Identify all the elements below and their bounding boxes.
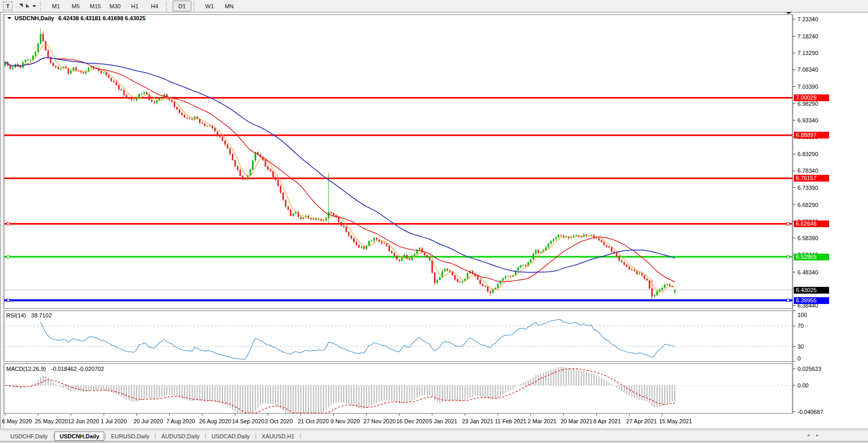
rsi-name: RSI(14)	[6, 312, 26, 319]
date-tick: 20 Jul 2020	[133, 418, 163, 424]
price-tick: 6.68290	[797, 202, 818, 208]
date-tick: 2 Mar 2021	[528, 418, 557, 424]
tab-usdchf-daily[interactable]: USDCHF,Daily	[5, 432, 53, 440]
hline-price-flag: 6.88897	[794, 132, 829, 139]
price-tick: 6.48340	[797, 269, 818, 275]
macd-label: MACD(12,26,9) -0.018462 -0.020702	[6, 366, 104, 372]
date-tick: 23 Jan 2021	[462, 418, 494, 424]
current-price-flag: 6.43025	[794, 287, 829, 294]
tab-scroll-left-icon[interactable]: ◂	[807, 432, 809, 438]
tab-audusd-daily[interactable]: AUDUSD,Daily	[156, 432, 205, 440]
date-tick: 20 Mar 2021	[561, 418, 593, 424]
date-tick: 21 Oct 2020	[298, 418, 329, 424]
chart-canvas[interactable]	[0, 0, 868, 443]
rsi-current-value: 38.7102	[31, 312, 52, 319]
price-tick: 6.93340	[797, 117, 818, 123]
mt4-window: T M1M5M15M30H1H4D1W1MN USDCNH,Daily 6.42…	[0, 0, 868, 443]
macd-tick: 0.00	[797, 382, 808, 389]
rsi-tick: 30	[797, 343, 804, 350]
date-tick: 9 Nov 2020	[330, 418, 359, 424]
date-tick: 7 Aug 2020	[166, 418, 195, 424]
bottom-strip	[0, 441, 868, 443]
date-tick: 15 May 2021	[659, 418, 692, 424]
hline-price-flag: 6.52865	[794, 254, 829, 260]
chart-title: USDCNH,Daily 6.42438 6.43181 6.41698 6.4…	[7, 15, 146, 21]
price-tick: 6.73390	[797, 185, 818, 191]
tab-usdcnh-daily[interactable]: USDCNH,Daily	[54, 432, 104, 441]
hline-price-flag: 7.00029	[794, 94, 829, 101]
hline-price-flag: 6.62646	[794, 220, 829, 227]
rsi-tick: 0	[797, 355, 801, 362]
price-tick: 7.18240	[797, 33, 818, 39]
date-tick: 1 Jul 2020	[101, 418, 127, 424]
date-tick: 16 Dec 2020	[396, 418, 428, 424]
tab-scroll-right-icon[interactable]: ▸	[816, 432, 819, 438]
rsi-tick: 70	[797, 323, 804, 329]
tab-xauusd-h1[interactable]: XAUUSD,H1	[257, 432, 300, 440]
date-tick: 2 Oct 2020	[265, 418, 293, 424]
macd-tick: -0.040687	[797, 409, 823, 415]
date-tick: 5 Jan 2021	[429, 418, 457, 424]
date-tick: 6 May 2020	[2, 418, 32, 424]
ohlc-values: 6.42438 6.43181 6.41698 6.43025	[58, 15, 145, 21]
date-tick: 26 Aug 2020	[199, 418, 231, 424]
tab-eurusd-daily[interactable]: EURUSD,Daily	[106, 432, 155, 440]
date-tick: 8 Apr 2021	[593, 418, 621, 424]
tab-separator: |	[300, 433, 301, 439]
one-click-trading-icon[interactable]	[7, 17, 11, 21]
price-tick: 6.83290	[797, 151, 818, 157]
date-tick: 27 Nov 2020	[363, 418, 396, 424]
tab-usdcad-daily[interactable]: USDCAD,Daily	[206, 432, 255, 440]
rsi-tick: 100	[797, 312, 807, 318]
chart-tabbar: USDCHF,Daily|USDCNH,Daily|EURUSD,Daily|A…	[0, 430, 868, 441]
macd-name: MACD(12,26,9)	[6, 366, 46, 372]
date-tick: 25 May 2020	[35, 418, 68, 424]
date-tick: 11 Feb 2021	[495, 418, 526, 424]
price-tick: 7.13290	[797, 50, 818, 56]
hline-price-flag: 6.39955	[794, 297, 829, 304]
symbol-period-label: USDCNH,Daily	[15, 15, 54, 21]
date-tick: 12 Jun 2020	[68, 418, 100, 424]
date-tick: 27 Apr 2021	[626, 418, 657, 424]
macd-tick: 0.025623	[797, 366, 821, 372]
price-tick: 6.58390	[797, 235, 818, 241]
rsi-label: RSI(14) 38.7102	[6, 312, 52, 319]
price-tick: 7.23340	[797, 16, 818, 22]
price-tick: 6.78340	[797, 168, 818, 174]
date-tick: 14 Sep 2020	[232, 418, 264, 424]
price-tick: 7.03390	[797, 84, 818, 90]
price-tick: 6.98290	[797, 101, 818, 107]
tabs-host: USDCHF,Daily|USDCNH,Daily|EURUSD,Daily|A…	[5, 431, 301, 441]
price-tick: 7.08340	[797, 66, 818, 73]
macd-current-values: -0.018462 -0.020702	[51, 366, 104, 372]
hline-price-flag: 6.76157	[794, 175, 829, 182]
